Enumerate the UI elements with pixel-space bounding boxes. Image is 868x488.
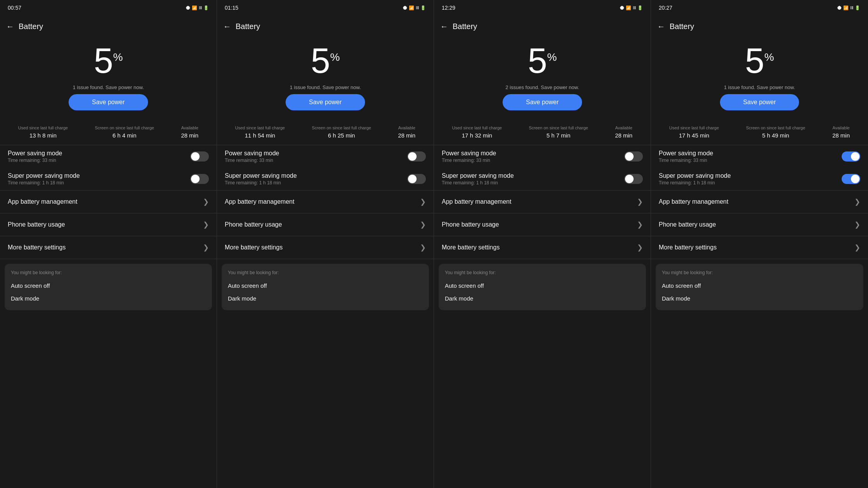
stat-label-0: Used since last full charge [235,125,285,131]
menu-item-title-2: More battery settings [442,244,499,251]
stat-label-1: Screen on since last full charge [746,125,805,131]
chevron-right-icon-0: ❯ [203,198,209,206]
divider-menu-2 [434,259,651,259]
menu-item-title-0: App battery management [225,198,294,205]
super-power-saving-toggle[interactable] [407,174,426,184]
menu-item-0[interactable]: App battery management ❯ [217,191,434,213]
save-power-button[interactable]: Save power [69,94,148,110]
page-title: Battery [19,22,43,31]
menu-item-0[interactable]: App battery management ❯ [434,191,651,213]
power-saving-mode-row[interactable]: Power saving mode Time remaining: 33 min [217,145,434,168]
screen-2: 01:15 ⯄ 📶 ⅠⅡ 🔋 ← Battery 5% 1 issue foun… [217,0,434,488]
status-time: 20:27 [659,5,672,11]
stat-label-0: Used since last full charge [18,125,68,131]
suggestion-item-0[interactable]: Auto screen off [11,280,206,291]
super-power-saving-toggle[interactable] [842,174,860,184]
menu-item-0[interactable]: App battery management ❯ [0,191,217,213]
toggle-knob-super [408,175,417,183]
issue-notice: 2 issues found. Save power now. [434,84,651,90]
signal-icon: ⅠⅡ [199,5,202,10]
stat-label-1: Screen on since last full charge [529,125,588,131]
bluetooth-icon: ⯄ [837,5,842,10]
stat-item-2: Available 28 min [181,125,198,139]
page-title: Battery [236,22,260,31]
stat-label-2: Available [398,125,415,131]
suggestion-item-0[interactable]: Auto screen off [662,280,857,291]
page-title: Battery [670,22,694,31]
save-power-button[interactable]: Save power [503,94,582,110]
power-saving-mode-row[interactable]: Power saving mode Time remaining: 33 min [651,145,868,168]
status-icons: ⯄ 📶 ⅠⅡ 🔋 [186,5,209,10]
toggle-knob [625,152,634,161]
power-saving-mode-row[interactable]: Power saving mode Time remaining: 33 min [434,145,651,168]
back-button[interactable]: ← [440,22,448,31]
super-power-saving-mode-row[interactable]: Super power saving mode Time remaining: … [217,168,434,190]
save-power-button[interactable]: Save power [720,94,799,110]
stat-value-0: 17 h 45 min [679,132,709,139]
menu-item-2[interactable]: More battery settings ❯ [434,236,651,259]
menu-item-2[interactable]: More battery settings ❯ [217,236,434,259]
back-button[interactable]: ← [6,22,14,31]
power-saving-toggle[interactable] [842,151,860,162]
suggestion-item-1[interactable]: Dark mode [228,293,423,304]
super-power-saving-mode-info: Super power saving mode Time remaining: … [659,172,731,186]
power-saving-mode-subtitle: Time remaining: 33 min [8,158,62,163]
toggle-knob-super [625,175,634,183]
menu-item-2[interactable]: More battery settings ❯ [651,236,868,259]
power-saving-mode-subtitle: Time remaining: 33 min [225,158,279,163]
suggestion-item-1[interactable]: Dark mode [662,293,857,304]
suggestion-item-0[interactable]: Auto screen off [445,280,640,291]
super-power-saving-mode-info: Super power saving mode Time remaining: … [225,172,297,186]
stat-value-1: 5 h 49 min [762,132,789,139]
toggle-knob-super [851,175,859,183]
suggestion-item-1[interactable]: Dark mode [445,293,640,304]
menu-item-title-1: Phone battery usage [225,221,282,228]
menu-item-1[interactable]: Phone battery usage ❯ [434,213,651,236]
menu-item-1[interactable]: Phone battery usage ❯ [217,213,434,236]
menu-item-2[interactable]: More battery settings ❯ [0,236,217,259]
menu-item-1[interactable]: Phone battery usage ❯ [651,213,868,236]
stat-label-2: Available [832,125,849,131]
stats-row: Used since last full charge 13 h 8 min S… [0,121,217,145]
battery-icon: 🔋 [855,5,860,10]
menu-item-0[interactable]: App battery management ❯ [651,191,868,213]
battery-percentage: 5% [94,43,123,78]
battery-icon: 🔋 [203,5,209,10]
suggestion-item-1[interactable]: Dark mode [11,293,206,304]
power-saving-mode-row[interactable]: Power saving mode Time remaining: 33 min [0,145,217,168]
issue-notice: 1 issue found. Save power now. [217,84,434,90]
power-saving-toggle[interactable] [190,151,209,162]
stat-value-0: 17 h 32 min [462,132,492,139]
stats-row: Used since last full charge 11 h 54 min … [217,121,434,145]
super-power-saving-mode-row[interactable]: Super power saving mode Time remaining: … [651,168,868,190]
super-power-saving-toggle[interactable] [624,174,643,184]
stat-item-0: Used since last full charge 13 h 8 min [18,125,68,139]
back-button[interactable]: ← [657,22,665,31]
super-power-saving-mode-row[interactable]: Super power saving mode Time remaining: … [0,168,217,190]
status-time: 00:57 [8,5,21,11]
stat-value-1: 6 h 4 min [112,132,136,139]
suggestions-card: You might be looking for: Auto screen of… [5,264,212,310]
menu-item-1[interactable]: Phone battery usage ❯ [0,213,217,236]
toggle-knob [408,152,417,161]
divider-menu-2 [0,259,217,259]
save-power-button[interactable]: Save power [286,94,365,110]
super-power-saving-mode-row[interactable]: Super power saving mode Time remaining: … [434,168,651,190]
suggestions-label: You might be looking for: [228,270,423,275]
super-power-saving-mode-subtitle: Time remaining: 1 h 18 min [442,180,514,186]
power-saving-toggle[interactable] [624,151,643,162]
signal-icon: ⅠⅡ [850,5,853,10]
screen-1: 00:57 ⯄ 📶 ⅠⅡ 🔋 ← Battery 5% 1 issue foun… [0,0,217,488]
back-button[interactable]: ← [223,22,231,31]
header: ← Battery [434,15,651,37]
suggestion-item-0[interactable]: Auto screen off [228,280,423,291]
status-bar: 20:27 ⯄ 📶 ⅠⅡ 🔋 [651,0,868,15]
super-power-saving-toggle[interactable] [190,174,209,184]
super-power-saving-mode-subtitle: Time remaining: 1 h 18 min [8,180,80,186]
chevron-right-icon-1: ❯ [854,220,860,229]
status-icons: ⯄ 📶 ⅠⅡ 🔋 [403,5,426,10]
chevron-right-icon-2: ❯ [420,243,426,252]
power-saving-toggle[interactable] [407,151,426,162]
stat-value-2: 28 min [181,132,198,139]
battery-percentage: 5% [311,43,340,78]
